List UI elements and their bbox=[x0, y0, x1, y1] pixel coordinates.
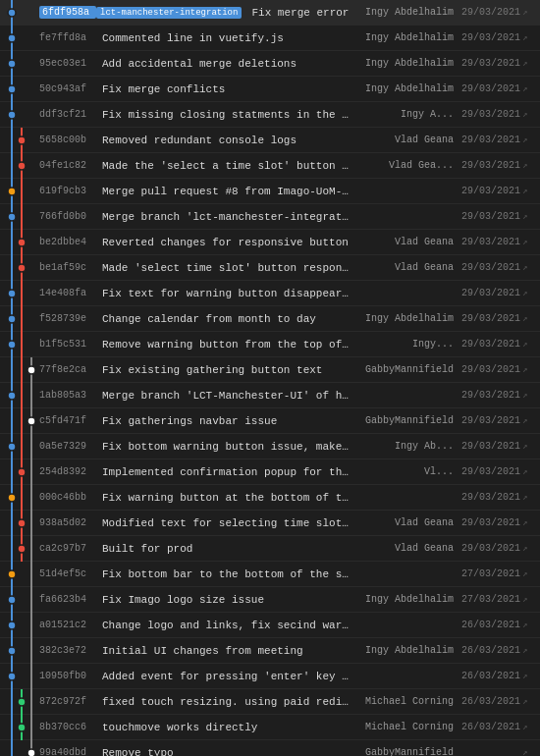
commit-hash: 8b370cc6 bbox=[39, 722, 96, 732]
external-link-icon[interactable]: ↗ bbox=[522, 645, 536, 656]
external-link-icon[interactable]: ↗ bbox=[522, 186, 536, 196]
commit-date: 29/03/2021 bbox=[454, 211, 522, 222]
external-link-icon[interactable]: ↗ bbox=[522, 288, 536, 298]
commit-row[interactable]: a01521c2Change logo and links, fix secin… bbox=[0, 613, 540, 638]
svg-point-1 bbox=[8, 9, 16, 17]
commit-row[interactable]: 254d8392Implemented confirmation popup f… bbox=[0, 459, 540, 485]
commit-row[interactable]: ddf3cf21Fix missing closing statments in… bbox=[0, 102, 540, 128]
svg-point-56 bbox=[18, 468, 26, 476]
commit-row[interactable]: be1af59cMade 'select time slot' button r… bbox=[0, 255, 540, 281]
commit-row[interactable]: c5fd471fFix gatherings navbar issueGabby… bbox=[0, 408, 540, 434]
commit-row[interactable]: ca2c97b7Built for prodVlad Geana29/03/20… bbox=[0, 536, 540, 562]
external-link-icon[interactable]: ↗ bbox=[522, 492, 536, 503]
commit-date: 29/03/2021 bbox=[454, 339, 522, 350]
commit-row[interactable]: 938a5d02Modified text for selecting time… bbox=[0, 511, 540, 536]
commit-author: Ingy... bbox=[355, 339, 454, 350]
commit-row[interactable]: 382c3e72Initial UI changes from meetingI… bbox=[0, 638, 540, 664]
commit-row[interactable]: 77f8e2caFix existing gathering button te… bbox=[0, 357, 540, 383]
commit-message-content: Commented line in vuetify.js bbox=[96, 32, 355, 44]
commit-message: Made the 'select a time slot' button res… bbox=[96, 160, 355, 172]
commit-row[interactable]: 619f9cb3Merge pull request #8 from Imago… bbox=[0, 179, 540, 204]
svg-point-77 bbox=[8, 621, 16, 629]
external-link-icon[interactable]: ↗ bbox=[522, 415, 536, 426]
external-link-icon[interactable]: ↗ bbox=[522, 466, 536, 477]
commit-row[interactable]: 99a40dbdRemove typoGabbyMannifield↗ bbox=[0, 740, 540, 756]
external-link-icon[interactable]: ↗ bbox=[522, 390, 536, 401]
external-link-icon[interactable]: ↗ bbox=[522, 543, 536, 554]
graph-lane bbox=[4, 689, 39, 715]
commit-message: Reverted changes for responsive button bbox=[96, 237, 355, 248]
commit-row[interactable]: 8b370cc6touchmove works directlyMichael … bbox=[0, 715, 540, 740]
commit-author: GabbyMannifield bbox=[355, 747, 454, 756]
commit-row[interactable]: 0a5e7329Fix bottom warning button issue,… bbox=[0, 434, 540, 459]
commit-author: Ingy Abdelhalim bbox=[355, 83, 454, 94]
commit-message: Commented line in vuetify.js bbox=[96, 32, 355, 44]
external-link-icon[interactable]: ↗ bbox=[522, 160, 536, 171]
graph-lane bbox=[4, 102, 39, 128]
commit-row[interactable]: 5658c00bRemoved redundant console logsVl… bbox=[0, 128, 540, 153]
commit-row[interactable]: 51d4ef5cFix bottom bar to the bottom of … bbox=[0, 562, 540, 587]
external-link-icon[interactable]: ↗ bbox=[522, 109, 536, 120]
commit-row[interactable]: 50c943afFix merge conflictsIngy Abdelhal… bbox=[0, 77, 540, 102]
graph-lane bbox=[4, 0, 39, 26]
external-link-icon[interactable]: ↗ bbox=[522, 83, 536, 94]
commit-hash: 619f9cb3 bbox=[39, 186, 96, 196]
commit-message: Modified text for selecting time slot bu… bbox=[96, 517, 355, 529]
commit-row[interactable]: be2dbbe4Reverted changes for responsive … bbox=[0, 230, 540, 255]
external-link-icon[interactable]: ↗ bbox=[522, 696, 536, 707]
commit-author: Vl... bbox=[355, 466, 454, 477]
commit-hash: c5fd471f bbox=[39, 415, 96, 426]
external-link-icon[interactable]: ↗ bbox=[522, 313, 536, 324]
graph-lane bbox=[4, 77, 39, 102]
commit-row[interactable]: 1ab805a3Merge branch 'LCT-Manchester-UI'… bbox=[0, 383, 540, 408]
commit-row[interactable]: 766fd0b0Merge branch 'lct-manchester-int… bbox=[0, 204, 540, 230]
external-link-icon[interactable]: ↗ bbox=[522, 32, 536, 43]
commit-row[interactable]: f528739eChange calendar from month to da… bbox=[0, 306, 540, 332]
external-link-icon[interactable]: ↗ bbox=[522, 262, 536, 273]
commit-hash: 14e408fa bbox=[39, 288, 96, 298]
commit-message: Removed redundant console logs bbox=[96, 135, 355, 146]
external-link-icon[interactable]: ↗ bbox=[522, 594, 536, 605]
commit-date: 29/03/2021 bbox=[454, 186, 522, 196]
graph-lane bbox=[4, 26, 39, 51]
external-link-icon[interactable]: ↗ bbox=[522, 441, 536, 452]
graph-lane bbox=[4, 230, 39, 255]
commit-row[interactable]: 000c46bbFix warning button at the bottom… bbox=[0, 485, 540, 511]
commit-author: Vlad Geana bbox=[355, 543, 454, 554]
commit-row[interactable]: 95ec03e1Add accidental merge deletionsIn… bbox=[0, 51, 540, 77]
external-link-icon[interactable]: ↗ bbox=[522, 135, 536, 145]
commit-row[interactable]: fa6623b4Fix Imago logo size issueIngy Ab… bbox=[0, 587, 540, 613]
external-link-icon[interactable]: ↗ bbox=[522, 568, 536, 579]
graph-lane bbox=[4, 51, 39, 77]
external-link-icon[interactable]: ↗ bbox=[522, 237, 536, 247]
external-link-icon[interactable]: ↗ bbox=[522, 7, 536, 18]
svg-point-64 bbox=[18, 519, 26, 527]
external-link-icon[interactable]: ↗ bbox=[522, 211, 536, 222]
commit-row[interactable]: 6fdf958alct-manchester-integrationFix me… bbox=[0, 0, 540, 26]
commit-message-content: Fix Imago logo size issue bbox=[96, 594, 355, 606]
commit-hash: 938a5d02 bbox=[39, 517, 96, 528]
external-link-icon[interactable]: ↗ bbox=[522, 671, 536, 681]
external-link-icon[interactable]: ↗ bbox=[522, 339, 536, 350]
graph-lane bbox=[4, 128, 39, 153]
commit-row[interactable]: 10950fb0Added event for pressing 'enter'… bbox=[0, 664, 540, 689]
commit-hash: 10950fb0 bbox=[39, 671, 96, 681]
external-link-icon[interactable]: ↗ bbox=[522, 747, 536, 756]
commit-row[interactable]: 14e408faFix text for warning button disa… bbox=[0, 281, 540, 306]
external-link-icon[interactable]: ↗ bbox=[522, 517, 536, 528]
external-link-icon[interactable]: ↗ bbox=[522, 722, 536, 732]
commit-row[interactable]: fe7ffd8aCommented line in vuetify.jsIngy… bbox=[0, 26, 540, 51]
commit-author: Ingy A... bbox=[355, 109, 454, 120]
commit-date: 29/03/2021 bbox=[454, 7, 522, 18]
commit-hash: 77f8e2ca bbox=[39, 364, 96, 375]
commit-row[interactable]: 04fe1c82Made the 'select a time slot' bu… bbox=[0, 153, 540, 179]
commit-message: Added event for pressing 'enter' key and… bbox=[96, 671, 355, 682]
graph-lane bbox=[4, 715, 39, 740]
external-link-icon[interactable]: ↗ bbox=[522, 58, 536, 69]
commit-row[interactable]: b1f5c531Remove warning button from the t… bbox=[0, 332, 540, 357]
commit-message: Fix Imago logo size issue bbox=[96, 594, 355, 606]
external-link-icon[interactable]: ↗ bbox=[522, 620, 536, 630]
external-link-icon[interactable]: ↗ bbox=[522, 364, 536, 375]
commit-author: Ingy Ab... bbox=[355, 441, 454, 452]
commit-row[interactable]: 872c972ffixed touch resizing. using paid… bbox=[0, 689, 540, 715]
